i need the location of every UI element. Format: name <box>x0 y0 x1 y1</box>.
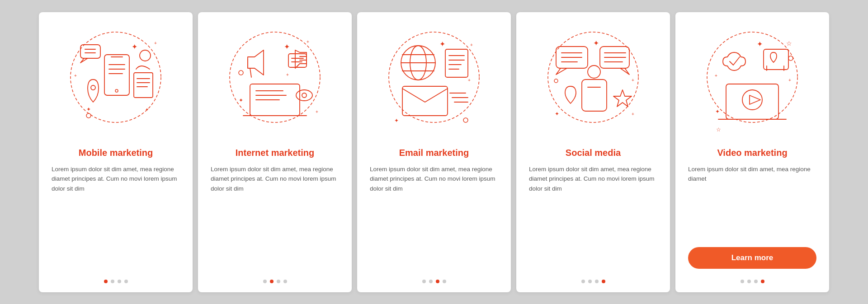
svg-text:✦: ✦ <box>757 40 763 48</box>
svg-text:+: + <box>468 78 471 83</box>
svg-point-63 <box>463 118 468 122</box>
dot-1 <box>741 280 744 283</box>
svg-point-22 <box>86 113 91 118</box>
dot-3 <box>118 280 121 283</box>
card-body-email-marketing: Lorem ipsum dolor sit dim amet, mea regi… <box>370 164 498 194</box>
svg-point-34 <box>302 93 307 98</box>
svg-rect-45 <box>402 86 448 116</box>
svg-point-83 <box>554 79 558 83</box>
dot-4 <box>283 280 287 283</box>
svg-point-3 <box>115 89 118 92</box>
card-internet-marketing: ✦ ✦ + + + Internet marketing Lorem ipsum… <box>198 12 352 292</box>
learn-more-button[interactable]: Learn more <box>688 247 816 269</box>
svg-text:+: + <box>154 41 157 46</box>
svg-point-87 <box>742 90 762 110</box>
card-mobile-marketing: ✦ ✦ ✦ + + Mobile marketing Lorem ipsum d… <box>39 12 193 292</box>
svg-marker-69 <box>556 68 567 75</box>
svg-text:+: + <box>632 112 634 117</box>
card-body-internet-marketing: Lorem ipsum dolor sit dim amet, mea regi… <box>211 164 339 194</box>
card-title-email-marketing: Email marketing <box>399 148 469 158</box>
svg-text:✦: ✦ <box>86 106 91 112</box>
svg-text:☆: ☆ <box>716 126 721 133</box>
dot-1 <box>422 280 426 283</box>
card-icon-internet-marketing: ✦ ✦ + + + <box>216 23 334 140</box>
card-body-mobile-marketing: Lorem ipsum dolor sit dim amet, mea regi… <box>52 164 180 194</box>
dot-1 <box>263 280 267 283</box>
svg-text:+: + <box>74 73 77 78</box>
svg-text:✦: ✦ <box>593 39 599 47</box>
card-dots-email-marketing <box>422 280 446 283</box>
svg-point-39 <box>239 70 243 75</box>
svg-point-76 <box>588 65 600 78</box>
card-video-marketing: ✦ ✦ + + ☆ ☆ Video marketing Lorem ipsum … <box>675 12 829 292</box>
svg-marker-10 <box>80 58 88 63</box>
card-body-video-marketing: Lorem ipsum dolor sit dim amet, mea regi… <box>688 164 816 184</box>
card-title-social-media: Social media <box>566 148 621 158</box>
svg-text:✦: ✦ <box>439 40 445 48</box>
card-icon-video-marketing: ✦ ✦ + + ☆ ☆ <box>693 23 811 140</box>
card-icon-email-marketing: ✦ ✦ + + <box>375 23 493 140</box>
dot-3 <box>277 280 280 283</box>
svg-rect-41 <box>288 54 307 67</box>
svg-text:+: + <box>715 73 717 78</box>
dot-4 <box>602 280 605 283</box>
svg-rect-75 <box>582 80 607 111</box>
svg-rect-7 <box>80 45 100 58</box>
svg-text:+: + <box>470 42 473 47</box>
svg-text:+: + <box>307 39 309 44</box>
card-icon-mobile-marketing: ✦ ✦ ✦ + + <box>57 23 175 140</box>
svg-marker-88 <box>750 95 760 104</box>
card-dots-mobile-marketing <box>104 280 128 283</box>
dot-2 <box>270 280 274 283</box>
card-title-video-marketing: Video marketing <box>717 148 787 158</box>
svg-text:+: + <box>316 109 318 114</box>
card-social-media: ✦ ✦ + + Social media Lorem ipsum dolor s… <box>516 12 670 292</box>
dot-4 <box>443 280 446 283</box>
dot-3 <box>595 280 599 283</box>
dot-3 <box>754 280 758 283</box>
dot-1 <box>581 280 585 283</box>
svg-text:✦: ✦ <box>394 117 399 124</box>
svg-text:✦: ✦ <box>715 108 720 115</box>
svg-point-84 <box>707 32 797 122</box>
dot-2 <box>111 280 114 283</box>
svg-point-96 <box>788 56 793 61</box>
svg-point-11 <box>140 50 151 61</box>
svg-text:✦: ✦ <box>132 43 137 51</box>
card-dots-video-marketing <box>741 280 764 283</box>
svg-rect-54 <box>445 49 468 77</box>
svg-text:✦: ✦ <box>284 43 290 51</box>
dot-4 <box>124 280 128 283</box>
svg-point-16 <box>91 85 95 90</box>
cards-container: ✦ ✦ ✦ + + Mobile marketing Lorem ipsum d… <box>30 3 838 301</box>
svg-point-23 <box>230 32 320 122</box>
svg-text:✦: ✦ <box>145 107 149 112</box>
svg-text:+: + <box>286 72 289 77</box>
svg-text:✦: ✦ <box>555 111 559 117</box>
card-icon-social-media: ✦ ✦ + + <box>534 23 652 140</box>
dot-2 <box>429 280 433 283</box>
dot-4 <box>761 280 764 283</box>
dot-1 <box>104 280 108 283</box>
card-body-social-media: Lorem ipsum dolor sit dim amet, mea regi… <box>529 164 657 194</box>
card-title-mobile-marketing: Mobile marketing <box>79 148 153 158</box>
dot-2 <box>747 280 751 283</box>
svg-text:+: + <box>788 78 791 83</box>
card-dots-social-media <box>581 280 605 283</box>
svg-rect-85 <box>726 84 778 119</box>
card-dots-internet-marketing <box>263 280 287 283</box>
svg-marker-78 <box>613 90 632 107</box>
card-email-marketing: ✦ ✦ + + Email marketing Lorem ipsum dolo… <box>357 12 511 292</box>
svg-rect-12 <box>134 73 153 98</box>
svg-text:☆: ☆ <box>786 40 792 47</box>
svg-marker-74 <box>620 68 629 75</box>
svg-text:✦: ✦ <box>239 97 243 103</box>
svg-text:+: + <box>632 78 634 83</box>
card-title-internet-marketing: Internet marketing <box>236 148 314 158</box>
svg-point-33 <box>296 90 312 101</box>
dot-3 <box>436 280 439 283</box>
dot-2 <box>588 280 592 283</box>
